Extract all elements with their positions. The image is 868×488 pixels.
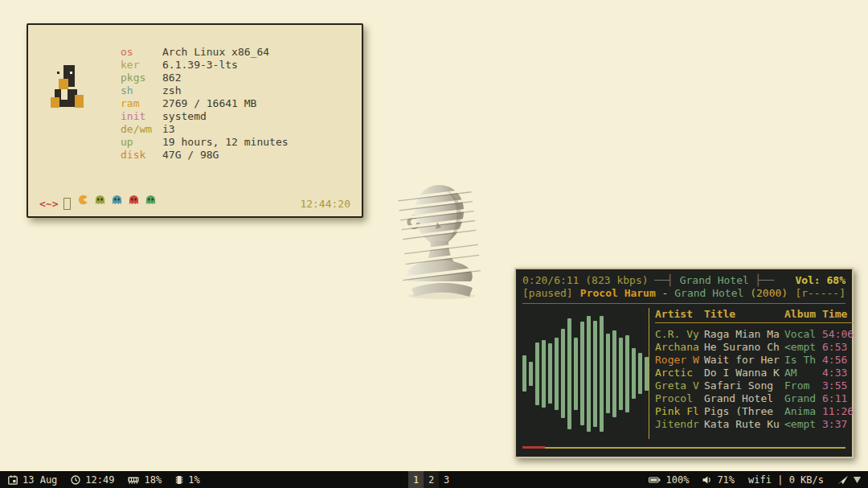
playlist-panel[interactable]: Artist Title Album Time C.R. Vy Raga Mia… <box>649 308 854 439</box>
music-player-window[interactable]: 0:20/6:11 (823 kbps) ──┤ Grand Hotel ├──… <box>514 268 854 458</box>
network-module: wifi | 0 KB/s <box>748 474 824 486</box>
memory-icon <box>128 475 139 485</box>
clock-text: 12:49 <box>85 474 114 486</box>
column-artist: Artist <box>655 308 704 321</box>
song-title: Kata Rute Ku <box>704 418 784 431</box>
song-album: From <box>784 379 822 392</box>
network-send-icon[interactable] <box>837 475 848 485</box>
workspace-button-3[interactable]: 3 <box>439 471 454 488</box>
seek-bar-elapsed <box>522 446 545 449</box>
fetch-label: ker <box>121 59 162 72</box>
song-album: <empt <box>784 341 822 354</box>
fetch-label: up <box>121 136 162 149</box>
visualizer-bar <box>606 334 610 413</box>
shell-prompt[interactable]: <~> <box>39 198 71 210</box>
playlist-row[interactable]: Archana He Surano Ch <empt 6:53 <box>655 341 854 354</box>
visualizer-bar <box>574 338 578 410</box>
playlist-header: Artist Title Album Time <box>655 308 854 323</box>
cpu-module: 1% <box>175 474 199 486</box>
clock-module: 12:49 <box>71 474 114 486</box>
song-artist: Greta V <box>655 379 704 392</box>
statue-wallpaper-art <box>397 182 481 301</box>
song-title: Do I Wanna K <box>704 367 784 379</box>
fetch-row: pkgs862 <box>121 72 289 84</box>
visualizer-bar <box>632 348 636 399</box>
fetch-value: i3 <box>162 123 175 135</box>
column-album: Album <box>784 308 822 321</box>
column-title: Title <box>704 308 784 321</box>
seek-bar[interactable] <box>522 446 845 449</box>
playlist-row[interactable]: Pink Fl Pigs (Three Anima 11:26 <box>655 405 854 418</box>
current-song-title: Grand Hotel <box>680 274 749 287</box>
status-bar: 13 Aug 12:49 18% 1% 123 100% 71% wifi | … <box>0 471 868 488</box>
current-album: Grand Hotel <box>674 287 743 299</box>
calendar-icon <box>8 475 18 485</box>
song-album: <empt <box>784 418 822 431</box>
fetch-row: ram2769 / 16641 MB <box>121 97 289 110</box>
song-artist: Archana <box>655 341 704 354</box>
fetch-row: ker6.1.39-3-lts <box>121 59 289 72</box>
ghost-icon <box>95 195 105 205</box>
tray-arrow-icon[interactable] <box>853 476 862 483</box>
fetch-value: 862 <box>162 72 181 84</box>
fetch-value: systemd <box>162 110 207 122</box>
visualizer-bar <box>600 316 604 432</box>
song-artist: C.R. Vy <box>655 328 704 341</box>
playlist-row[interactable]: Jitendr Kata Rute Ku <empt 3:37 <box>655 418 854 431</box>
visualizer-bar <box>638 353 642 394</box>
playlist-row[interactable]: Arctic Do I Wanna K AM 4:33 <box>655 367 854 379</box>
song-album: Is Th <box>784 354 822 367</box>
prompt-symbol: <~> <box>39 198 58 210</box>
fetch-row: shzsh <box>121 84 289 97</box>
playlist-row[interactable]: Roger W Wait for Her Is Th 4:56 <box>655 354 854 367</box>
ghost-icon <box>129 195 139 205</box>
workspace-button-1[interactable]: 1 <box>408 471 424 488</box>
now-playing-track-line: [paused] Procol Harum - Grand Hotel (200… <box>516 287 852 300</box>
battery-icon <box>649 475 661 485</box>
memory-module: 18% <box>128 474 162 486</box>
fetch-row: osArch Linux x86_64 <box>121 46 289 59</box>
fetch-value: 19 hours, 12 minutes <box>162 136 289 148</box>
visualizer-bar <box>555 338 559 410</box>
title-decoration-left: ──┤ <box>649 274 680 287</box>
fetch-value: 47G / 98G <box>162 149 219 161</box>
visualizer-bar <box>548 343 552 404</box>
song-title: Raga Mian Ma <box>704 328 784 341</box>
terminal-window[interactable]: osArch Linux x86_64 ker6.1.39-3-lts pkgs… <box>27 23 363 218</box>
network-tray-module <box>837 475 862 485</box>
song-duration: 4:33 <box>822 367 854 379</box>
current-artist: Procol Harum <box>580 287 656 299</box>
terminal-clock: 12:44:20 <box>300 198 350 210</box>
song-album: AM <box>784 367 822 379</box>
clock-icon <box>71 475 80 485</box>
song-title: Wait for Her <box>704 354 784 367</box>
visualizer-bar <box>529 362 533 386</box>
fetch-row: up19 hours, 12 minutes <box>121 136 289 149</box>
fetch-label: disk <box>121 149 162 162</box>
battery-text: 100% <box>665 474 689 486</box>
fetch-row: de/wmi3 <box>121 123 289 136</box>
terminal-cursor <box>63 198 71 210</box>
fetch-label: os <box>121 46 162 59</box>
playlist-row[interactable]: Greta V Safari Song From 3:55 <box>655 379 854 392</box>
workspace-switcher: 123 <box>408 471 454 488</box>
song-title: Pigs (Three <box>704 405 784 418</box>
song-duration: 6:53 <box>822 341 854 354</box>
now-playing-status-line: 0:20/6:11 (823 kbps) ──┤ Grand Hotel ├──… <box>516 274 852 287</box>
song-duration: 3:55 <box>822 379 854 392</box>
fetch-row: initsystemd <box>121 110 289 123</box>
column-time: Time <box>822 308 854 321</box>
playlist-row[interactable]: Procol Grand Hotel Grand 6:11 <box>655 392 854 405</box>
playlist-row[interactable]: C.R. Vy Raga Mian Ma Vocal 54:06 <box>655 328 854 341</box>
visualizer-bar <box>587 316 591 432</box>
song-artist: Pink Fl <box>655 405 704 418</box>
visualizer-bar <box>580 322 584 425</box>
visualizer-bar <box>612 330 616 417</box>
fetch-label: sh <box>121 84 162 97</box>
workspace-button-2[interactable]: 2 <box>424 471 439 488</box>
song-title: He Surano Ch <box>704 341 784 354</box>
current-track-info: Procol Harum - Grand Hotel (2000) <box>573 287 796 300</box>
cpu-text: 1% <box>188 474 199 486</box>
song-album: Anima <box>784 405 822 418</box>
memory-text: 18% <box>144 474 162 486</box>
